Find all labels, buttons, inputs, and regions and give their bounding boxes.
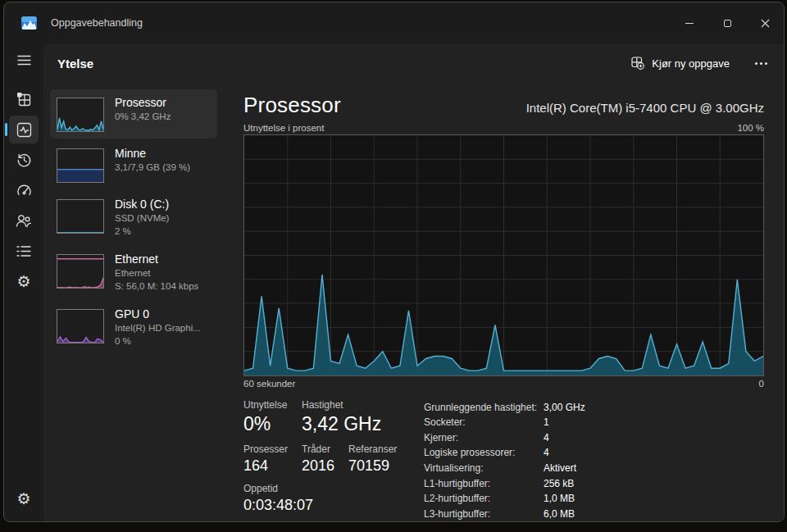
mini-chart-gpu0	[57, 309, 104, 343]
device-item-subline: Intel(R) HD Graphi...	[115, 321, 201, 334]
detail-value: 6,0 MB	[544, 506, 585, 521]
stat-speed-value: 3,42 GHz	[302, 411, 411, 435]
detail-label: Grunnleggende hastighet:	[424, 399, 544, 415]
device-item-cpu[interactable]: Prosessor0% 3,42 GHz	[50, 89, 217, 139]
stat-utilization-value: 0%	[243, 411, 302, 435]
content-panel: Ytelse Kjør ny oppgave Pr	[43, 43, 784, 521]
device-item-subline: S: 56,0 M: 104 kbps	[115, 280, 198, 293]
page-title: Ytelse	[57, 57, 93, 70]
titlebar: Oppgavebehandling	[4, 2, 784, 43]
nav-menu-button[interactable]	[9, 46, 39, 74]
settings-button[interactable]: ⚙	[9, 484, 39, 512]
stat-label: Hastighet	[302, 399, 411, 411]
cpu-hardware-details: Grunnleggende hastighet:3,00 GHzSocketer…	[424, 399, 585, 521]
cpu-stats: Utnyttelse Hastighet 0% 3,42 GHz Prosess…	[243, 399, 414, 521]
startup-gauge-icon	[16, 183, 32, 198]
sidebar-item-users[interactable]	[9, 207, 39, 234]
window-title: Oppgavebehandling	[51, 17, 143, 29]
device-item-ethernet[interactable]: EthernetEthernetS: 56,0 M: 104 kbps	[50, 246, 217, 299]
detail-value: 3,00 GHz	[544, 399, 585, 415]
new-task-icon	[631, 57, 644, 70]
performance-icon	[16, 122, 32, 138]
chart-y-max-label: 100 %	[737, 123, 764, 133]
detail-label: L1-hurtigbuffer:	[424, 475, 544, 491]
history-icon	[16, 152, 32, 168]
device-item-subline: 2 %	[115, 225, 169, 238]
stat-label: Utnyttelse	[243, 399, 302, 411]
sidebar-item-performance[interactable]	[9, 116, 39, 143]
device-item-subline: 0% 3,42 GHz	[115, 110, 171, 123]
stat-uptime-value: 0:03:48:07	[243, 494, 411, 514]
chart-x-left-label: 60 sekunder	[243, 379, 295, 389]
run-new-task-button[interactable]: Kjør ny oppgave	[621, 51, 739, 75]
detail-label: L3-hurtigbuffer:	[424, 506, 544, 521]
processes-icon	[16, 92, 32, 107]
detail-value: 256 kB	[544, 475, 585, 491]
mini-chart-memory	[57, 148, 104, 183]
cpu-utilization-chart[interactable]	[243, 134, 764, 376]
sidebar-item-app-history[interactable]	[9, 146, 39, 174]
device-item-subline: 0 %	[115, 334, 201, 348]
device-item-title: Minne	[115, 147, 190, 160]
minimize-icon	[685, 23, 694, 24]
device-item-memory[interactable]: Minne3,1/7,9 GB (39 %)	[50, 140, 217, 189]
stat-label: Tråder	[302, 435, 348, 455]
device-item-text: Prosessor0% 3,42 GHz	[115, 96, 171, 123]
stat-handles-value: 70159	[348, 455, 411, 475]
ellipsis-icon	[755, 62, 757, 65]
device-list: Prosessor0% 3,42 GHzMinne3,1/7,9 GB (39 …	[43, 83, 221, 521]
device-item-subline: 3,1/7,9 GB (39 %)	[115, 161, 190, 174]
device-item-disk0[interactable]: Disk 0 (C:)SSD (NVMe)2 %	[50, 191, 217, 244]
detail-value: 4	[544, 430, 585, 445]
device-item-gpu0[interactable]: GPU 0Intel(R) HD Graphi...0 %	[50, 301, 217, 354]
more-options-button[interactable]	[746, 51, 776, 75]
details-list-icon	[16, 245, 31, 257]
detail-value: 1	[544, 415, 585, 430]
stat-label: Prosesser	[243, 435, 302, 455]
stat-threads-value: 2016	[302, 455, 348, 475]
nav-rail: ⚙ ⚙	[4, 43, 43, 521]
stat-label: Referanser	[348, 435, 411, 455]
detail-value: Aktivert	[544, 461, 585, 476]
pane-title: Prosessor	[243, 93, 341, 118]
device-item-title: Disk 0 (C:)	[115, 198, 169, 211]
detail-label: L2-hurtigbuffer:	[424, 491, 544, 507]
content-header: Ytelse Kjør ny oppgave	[43, 43, 784, 83]
device-item-text: GPU 0Intel(R) HD Graphi...0 %	[115, 307, 201, 348]
detail-value: 1,0 MB	[544, 491, 585, 507]
mini-chart-cpu	[57, 98, 104, 132]
cpu-model-name: Intel(R) Core(TM) i5-7400 CPU @ 3.00GHz	[526, 101, 764, 115]
mini-chart-disk0	[57, 199, 104, 234]
maximize-button[interactable]	[708, 2, 746, 43]
minimize-button[interactable]	[671, 2, 708, 43]
detail-label: Kjerner:	[424, 430, 544, 445]
device-item-title: Ethernet	[115, 252, 198, 266]
sidebar-item-services[interactable]: ⚙	[9, 267, 39, 295]
detail-label: Logiske prosessorer:	[424, 445, 544, 461]
device-item-text: Minne3,1/7,9 GB (39 %)	[115, 147, 190, 174]
detail-label: Virtualisering:	[424, 461, 544, 476]
mini-chart-ethernet	[57, 254, 104, 289]
selected-accent-pill	[5, 123, 7, 136]
detail-label: Socketer:	[424, 415, 544, 430]
device-item-subline: Ethernet	[115, 266, 198, 280]
services-gear-icon: ⚙	[16, 274, 30, 289]
sidebar-item-details[interactable]	[9, 237, 39, 265]
settings-gear-icon: ⚙	[16, 491, 30, 507]
hamburger-icon	[17, 55, 31, 66]
maximize-icon	[724, 20, 731, 27]
device-item-title: GPU 0	[115, 307, 201, 321]
chart-x-right-label: 0	[759, 379, 764, 389]
device-item-title: Prosessor	[115, 96, 171, 109]
device-item-text: EthernetEthernetS: 56,0 M: 104 kbps	[115, 252, 198, 293]
device-item-subline: SSD (NVMe)	[115, 211, 169, 225]
users-icon	[16, 213, 32, 228]
app-logo-icon	[21, 16, 37, 30]
task-manager-window: Oppgavebehandling	[3, 2, 785, 522]
sidebar-item-startup-apps[interactable]	[9, 176, 39, 204]
chart-y-label: Utnyttelse i prosent	[243, 123, 324, 133]
close-button[interactable]	[746, 2, 784, 43]
detail-value: 4	[544, 445, 585, 461]
sidebar-item-processes[interactable]	[9, 85, 39, 113]
run-new-task-label: Kjør ny oppgave	[652, 57, 730, 70]
